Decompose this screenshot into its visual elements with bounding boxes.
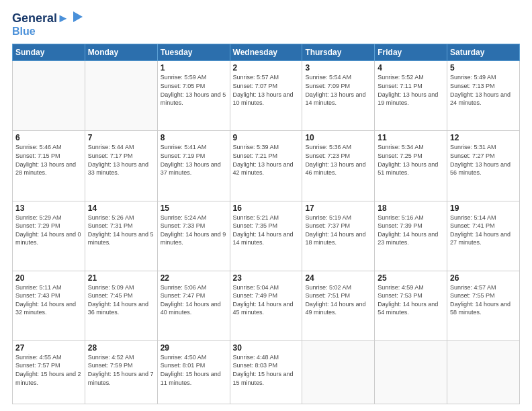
header: General► Blue — [12, 12, 520, 37]
day-number: 15 — [161, 203, 227, 213]
day-number: 20 — [15, 273, 82, 283]
calendar-cell: 13Sunrise: 5:29 AM Sunset: 7:29 PM Dayli… — [13, 201, 85, 271]
col-header-thursday: Thursday — [302, 44, 375, 61]
day-number: 13 — [15, 203, 82, 213]
day-number: 6 — [15, 133, 82, 142]
calendar-cell: 8Sunrise: 5:41 AM Sunset: 7:19 PM Daylig… — [157, 131, 230, 201]
calendar-cell: 10Sunrise: 5:36 AM Sunset: 7:23 PM Dayli… — [302, 131, 375, 201]
calendar-cell: 25Sunrise: 4:59 AM Sunset: 7:53 PM Dayli… — [375, 271, 447, 340]
day-number: 11 — [378, 133, 444, 142]
calendar-cell: 4Sunrise: 5:52 AM Sunset: 7:11 PM Daylig… — [375, 61, 447, 131]
calendar-cell: 17Sunrise: 5:19 AM Sunset: 7:37 PM Dayli… — [302, 201, 375, 271]
calendar-cell: 28Sunrise: 4:52 AM Sunset: 7:59 PM Dayli… — [85, 340, 157, 404]
day-info: Sunrise: 5:49 AM Sunset: 7:13 PM Dayligh… — [450, 73, 517, 107]
calendar-table: SundayMondayTuesdayWednesdayThursdayFrid… — [12, 44, 520, 404]
logo-text: General► — [12, 12, 69, 26]
calendar-week-row: 27Sunrise: 4:55 AM Sunset: 7:57 PM Dayli… — [13, 340, 520, 404]
calendar-cell: 21Sunrise: 5:09 AM Sunset: 7:45 PM Dayli… — [85, 271, 157, 340]
day-number: 17 — [305, 203, 371, 213]
day-number: 26 — [450, 273, 517, 283]
day-info: Sunrise: 5:36 AM Sunset: 7:23 PM Dayligh… — [305, 143, 371, 177]
col-header-tuesday: Tuesday — [157, 44, 230, 61]
day-number: 2 — [233, 63, 300, 73]
day-number: 8 — [161, 133, 227, 142]
day-number: 25 — [378, 273, 444, 283]
calendar-cell — [375, 340, 447, 404]
logo-icon — [71, 10, 85, 25]
day-number: 12 — [450, 133, 517, 142]
day-info: Sunrise: 5:59 AM Sunset: 7:05 PM Dayligh… — [161, 73, 227, 107]
col-header-friday: Friday — [375, 44, 447, 61]
calendar-cell: 29Sunrise: 4:50 AM Sunset: 8:01 PM Dayli… — [157, 340, 230, 404]
calendar-cell: 27Sunrise: 4:55 AM Sunset: 7:57 PM Dayli… — [13, 340, 85, 404]
day-number: 30 — [233, 343, 300, 353]
day-info: Sunrise: 5:39 AM Sunset: 7:21 PM Dayligh… — [233, 143, 300, 177]
day-info: Sunrise: 5:24 AM Sunset: 7:33 PM Dayligh… — [161, 214, 227, 247]
day-number: 27 — [15, 343, 82, 353]
day-info: Sunrise: 5:21 AM Sunset: 7:35 PM Dayligh… — [233, 214, 300, 247]
day-info: Sunrise: 5:54 AM Sunset: 7:09 PM Dayligh… — [305, 73, 371, 107]
day-info: Sunrise: 5:52 AM Sunset: 7:11 PM Dayligh… — [378, 73, 444, 107]
calendar-week-row: 20Sunrise: 5:11 AM Sunset: 7:43 PM Dayli… — [13, 271, 520, 340]
day-number: 10 — [305, 133, 371, 142]
day-number: 1 — [161, 63, 227, 73]
calendar-cell: 9Sunrise: 5:39 AM Sunset: 7:21 PM Daylig… — [230, 131, 302, 201]
day-number: 23 — [233, 273, 300, 283]
day-info: Sunrise: 5:34 AM Sunset: 7:25 PM Dayligh… — [378, 143, 444, 177]
svg-marker-0 — [73, 11, 83, 22]
calendar-cell: 18Sunrise: 5:16 AM Sunset: 7:39 PM Dayli… — [375, 201, 447, 271]
calendar-cell: 22Sunrise: 5:06 AM Sunset: 7:47 PM Dayli… — [157, 271, 230, 340]
logo: General► Blue — [12, 12, 85, 37]
col-header-saturday: Saturday — [447, 44, 520, 61]
calendar-week-row: 13Sunrise: 5:29 AM Sunset: 7:29 PM Dayli… — [13, 201, 520, 271]
day-number: 29 — [161, 343, 227, 353]
calendar-cell: 26Sunrise: 4:57 AM Sunset: 7:55 PM Dayli… — [447, 271, 520, 340]
day-info: Sunrise: 4:50 AM Sunset: 8:01 PM Dayligh… — [161, 353, 227, 387]
calendar-cell: 15Sunrise: 5:24 AM Sunset: 7:33 PM Dayli… — [157, 201, 230, 271]
calendar-cell — [13, 61, 85, 131]
day-info: Sunrise: 5:02 AM Sunset: 7:51 PM Dayligh… — [305, 283, 371, 317]
calendar-cell — [447, 340, 520, 404]
calendar-cell: 6Sunrise: 5:46 AM Sunset: 7:15 PM Daylig… — [13, 131, 85, 201]
calendar-cell: 20Sunrise: 5:11 AM Sunset: 7:43 PM Dayli… — [13, 271, 85, 340]
day-number: 9 — [233, 133, 300, 142]
logo-text-blue: Blue — [12, 26, 85, 38]
calendar-cell: 19Sunrise: 5:14 AM Sunset: 7:41 PM Dayli… — [447, 201, 520, 271]
calendar-cell — [302, 340, 375, 404]
col-header-wednesday: Wednesday — [230, 44, 302, 61]
calendar-cell: 11Sunrise: 5:34 AM Sunset: 7:25 PM Dayli… — [375, 131, 447, 201]
day-info: Sunrise: 5:57 AM Sunset: 7:07 PM Dayligh… — [233, 73, 300, 107]
day-info: Sunrise: 5:19 AM Sunset: 7:37 PM Dayligh… — [305, 214, 371, 247]
day-number: 21 — [88, 273, 154, 283]
calendar-week-row: 1Sunrise: 5:59 AM Sunset: 7:05 PM Daylig… — [13, 61, 520, 131]
day-info: Sunrise: 4:57 AM Sunset: 7:55 PM Dayligh… — [450, 283, 517, 317]
day-info: Sunrise: 5:29 AM Sunset: 7:29 PM Dayligh… — [15, 214, 82, 247]
day-info: Sunrise: 5:04 AM Sunset: 7:49 PM Dayligh… — [233, 283, 300, 317]
calendar-cell: 14Sunrise: 5:26 AM Sunset: 7:31 PM Dayli… — [85, 201, 157, 271]
day-info: Sunrise: 5:14 AM Sunset: 7:41 PM Dayligh… — [450, 214, 517, 247]
calendar-cell: 12Sunrise: 5:31 AM Sunset: 7:27 PM Dayli… — [447, 131, 520, 201]
day-number: 28 — [88, 343, 154, 353]
day-number: 4 — [378, 63, 444, 73]
day-number: 7 — [88, 133, 154, 142]
calendar-cell: 30Sunrise: 4:48 AM Sunset: 8:03 PM Dayli… — [230, 340, 302, 404]
day-number: 18 — [378, 203, 444, 213]
day-info: Sunrise: 5:44 AM Sunset: 7:17 PM Dayligh… — [88, 143, 154, 177]
day-number: 19 — [450, 203, 517, 213]
day-number: 3 — [305, 63, 371, 73]
calendar-cell: 24Sunrise: 5:02 AM Sunset: 7:51 PM Dayli… — [302, 271, 375, 340]
day-info: Sunrise: 5:31 AM Sunset: 7:27 PM Dayligh… — [450, 143, 517, 177]
day-info: Sunrise: 5:41 AM Sunset: 7:19 PM Dayligh… — [161, 143, 227, 177]
day-info: Sunrise: 4:48 AM Sunset: 8:03 PM Dayligh… — [233, 353, 300, 387]
col-header-monday: Monday — [85, 44, 157, 61]
day-number: 14 — [88, 203, 154, 213]
day-info: Sunrise: 4:55 AM Sunset: 7:57 PM Dayligh… — [15, 353, 82, 387]
calendar-cell: 5Sunrise: 5:49 AM Sunset: 7:13 PM Daylig… — [447, 61, 520, 131]
day-info: Sunrise: 5:26 AM Sunset: 7:31 PM Dayligh… — [88, 214, 154, 247]
page: General► Blue SundayMondayTuesdayWednesd… — [0, 0, 532, 411]
day-info: Sunrise: 4:52 AM Sunset: 7:59 PM Dayligh… — [88, 353, 154, 387]
day-info: Sunrise: 5:46 AM Sunset: 7:15 PM Dayligh… — [15, 143, 82, 177]
calendar-cell: 16Sunrise: 5:21 AM Sunset: 7:35 PM Dayli… — [230, 201, 302, 271]
day-info: Sunrise: 5:11 AM Sunset: 7:43 PM Dayligh… — [15, 283, 82, 317]
calendar-cell: 23Sunrise: 5:04 AM Sunset: 7:49 PM Dayli… — [230, 271, 302, 340]
